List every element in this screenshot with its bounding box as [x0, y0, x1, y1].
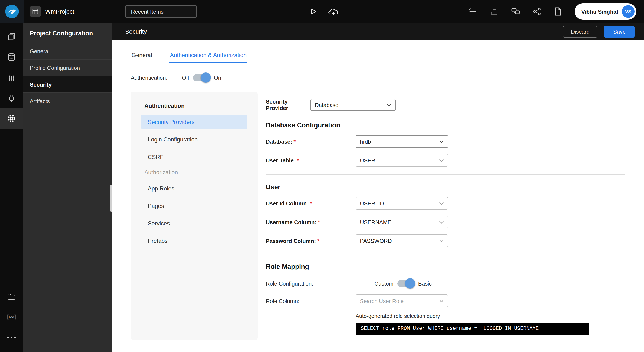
username-column-value: USERNAME: [360, 219, 391, 225]
sidebar-title: Project Configuration: [23, 23, 112, 43]
nav-item-login-configuration[interactable]: Login Configuration: [141, 132, 248, 147]
svg-text:LOG: LOG: [9, 316, 14, 318]
password-column-label: Password Column:*: [266, 238, 356, 244]
user-heading: User: [266, 183, 625, 191]
more-icon[interactable]: [0, 327, 23, 348]
role-column-select[interactable]: Search User Role: [356, 294, 448, 307]
logs-icon[interactable]: LOG: [0, 307, 23, 327]
page-body: LOG Project Configuration General Profil…: [0, 23, 644, 352]
authentication-label: Authentication:: [131, 74, 182, 81]
task-list-icon[interactable]: [468, 8, 477, 15]
chevron-down-icon: [439, 221, 444, 223]
sidebar-scrollbar-thumb[interactable]: [110, 185, 112, 212]
user-id-column-value: USER_ID: [360, 200, 384, 206]
password-column-label-text: Password Column:: [266, 238, 316, 244]
app-window: WmProject Recent Items: [0, 0, 644, 352]
folder-icon[interactable]: [0, 286, 23, 307]
section-divider: [266, 174, 625, 175]
tab-general[interactable]: General: [131, 52, 153, 63]
apis-icon[interactable]: [0, 88, 23, 108]
nav-item-security-providers[interactable]: Security Providers: [141, 115, 248, 129]
rail-bottom-group: LOG: [0, 286, 23, 352]
nav-item-services[interactable]: Services: [141, 216, 248, 231]
sidebar-item-security[interactable]: Security: [23, 76, 112, 93]
required-marker: *: [318, 219, 320, 225]
cloud-preview-icon[interactable]: [328, 7, 339, 16]
chevron-down-icon: [439, 299, 444, 302]
database-select[interactable]: hrdb: [356, 135, 448, 148]
user-menu[interactable]: Vibhu Singhal VS: [574, 4, 636, 20]
database-configuration-heading: Database Configuration: [266, 121, 625, 129]
branch-icon[interactable]: [532, 8, 541, 15]
toggle-on-label: On: [214, 74, 221, 81]
password-column-select[interactable]: PASSWORD: [356, 234, 448, 247]
user-table-field-row: User Table:* USER: [266, 154, 625, 167]
authentication-toggle[interactable]: [193, 74, 210, 81]
project-switcher: WmProject: [30, 6, 74, 17]
role-toggle-basic-label: Basic: [418, 280, 432, 287]
project-icon: [30, 6, 41, 17]
role-mapping-heading: Role Mapping: [266, 263, 625, 271]
role-column-row: Role Column: Search User Role: [266, 294, 625, 307]
user-table-select[interactable]: USER: [356, 154, 448, 167]
chevron-down-icon: [439, 202, 444, 205]
settings-panels: Authentication Security Providers Login …: [131, 92, 625, 340]
toggle-off-label: Off: [182, 74, 189, 81]
export-icon[interactable]: [490, 7, 498, 16]
authentication-group-header: Authentication: [141, 103, 248, 109]
toggle-knob[interactable]: [405, 278, 415, 288]
required-marker: *: [294, 138, 296, 145]
role-toggle-custom-label: Custom: [374, 280, 394, 287]
required-marker: *: [317, 238, 320, 244]
password-column-row: Password Column:* PASSWORD: [266, 234, 625, 247]
username-column-select[interactable]: USERNAME: [356, 216, 448, 228]
settings-icon[interactable]: [0, 108, 23, 129]
chevron-down-icon: [439, 140, 444, 143]
security-provider-row: Security Provider Database: [266, 98, 625, 111]
role-column-placeholder: Search User Role: [360, 298, 404, 304]
chevron-down-icon: [387, 103, 392, 106]
username-column-label-text: Username Column:: [266, 219, 316, 225]
database-label-text: Database:: [266, 138, 292, 145]
database-label: Database:*: [266, 138, 356, 145]
user-id-column-label: User Id Column:*: [266, 200, 356, 206]
tab-authentication-authorization[interactable]: Authentication & Authorization: [169, 52, 248, 63]
user-id-column-label-text: User Id Column:: [266, 200, 308, 206]
user-id-column-select[interactable]: USER_ID: [356, 197, 448, 210]
file-notes-icon[interactable]: [554, 7, 562, 16]
recent-items-select[interactable]: Recent Items: [126, 5, 197, 18]
role-configuration-toggle[interactable]: [398, 280, 414, 287]
password-column-value: PASSWORD: [360, 238, 392, 244]
run-play-icon[interactable]: [309, 7, 317, 16]
wavemaker-logo: [0, 0, 24, 23]
database-icon[interactable]: [0, 47, 23, 67]
rail-spacer: [0, 129, 23, 286]
left-icon-rail: LOG: [0, 23, 23, 352]
sidebar-item-profile-configuration[interactable]: Profile Configuration: [23, 59, 112, 76]
nav-item-app-roles[interactable]: App Roles: [141, 181, 248, 196]
java-services-icon[interactable]: [0, 67, 23, 88]
user-table-label-text: User Table:: [266, 157, 296, 163]
nav-item-pages[interactable]: Pages: [141, 199, 248, 213]
role-configuration-label: Role Configuration:: [266, 280, 356, 287]
role-selection-query: SELECT role FROM User WHERE username = :…: [356, 322, 590, 334]
save-button[interactable]: Save: [604, 26, 635, 37]
topbar-right-tools: Vibhu Singhal VS: [468, 4, 644, 20]
nav-item-prefabs[interactable]: Prefabs: [141, 233, 248, 248]
sidebar-item-artifacts[interactable]: Artifacts: [23, 93, 112, 109]
chevron-down-icon: [439, 159, 444, 162]
toggle-knob[interactable]: [200, 72, 211, 83]
database-field-row: Database:* hrdb: [266, 135, 625, 148]
username-column-row: Username Column:* USERNAME: [266, 216, 625, 228]
database-value: hrdb: [360, 138, 371, 145]
security-provider-select[interactable]: Database: [310, 99, 396, 111]
project-name: WmProject: [45, 8, 74, 15]
chat-feedback-icon[interactable]: [511, 8, 520, 15]
page-title: Security: [125, 28, 147, 35]
pages-icon[interactable]: [0, 27, 23, 47]
nav-item-csrf[interactable]: CSRF: [141, 150, 248, 164]
discard-button[interactable]: Discard: [563, 26, 597, 37]
security-content: General Authentication & Authorization A…: [112, 40, 644, 352]
sidebar-item-general[interactable]: General: [23, 43, 112, 59]
user-name: Vibhu Singhal: [581, 8, 618, 15]
